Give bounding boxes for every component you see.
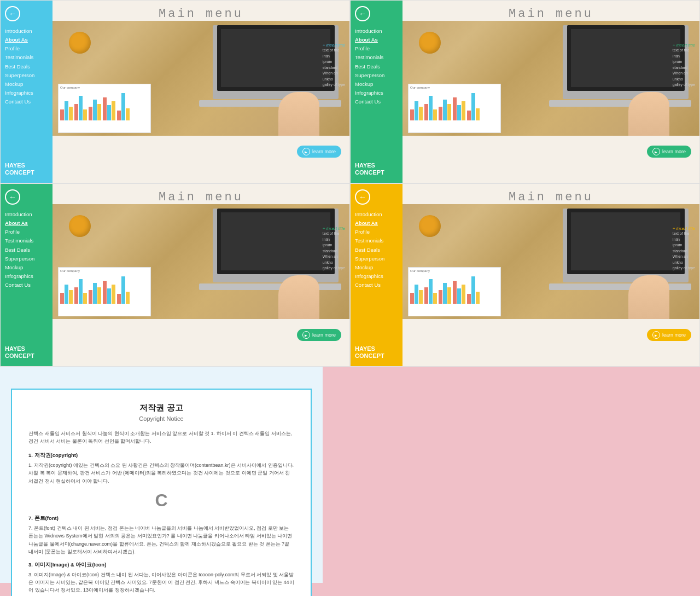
coffee-cup-3 bbox=[69, 215, 91, 237]
main-title-2: Main menu bbox=[402, 1, 699, 21]
main-title-3: Main menu bbox=[52, 184, 349, 204]
learn-more-btn-1[interactable]: ▶ learn more bbox=[297, 146, 341, 158]
chart-paper-3: Our company bbox=[58, 267, 151, 316]
main-content-3: Main menu Our company bbox=[52, 184, 349, 366]
overlay-text-1: + insert title text of the Intin iprum s… bbox=[323, 43, 345, 88]
chart-paper-4: Our company bbox=[408, 267, 501, 316]
brand-1: HAYES CONCEPT bbox=[5, 162, 34, 176]
copyright-notice: 저작권 공고 Copyright Notice 건텍스 새틀입 서비스서 험식이… bbox=[11, 389, 312, 596]
hand-3 bbox=[278, 275, 319, 319]
nav-contact-3[interactable]: Contact Us bbox=[5, 281, 48, 290]
panel-4: ← Introduction About As Profile Testimon… bbox=[350, 183, 700, 367]
nav-profile-3[interactable]: Profile bbox=[5, 228, 48, 236]
nav-contact-4[interactable]: Contact Us bbox=[355, 281, 398, 290]
copyright-s1-body: 1. 저작권(copyright) 에있는 건텍스의 소요 된 사항건은 건텍스… bbox=[28, 461, 294, 485]
learn-more-btn-4[interactable]: ▶ learn more bbox=[647, 329, 691, 341]
bottom-right-pink bbox=[323, 367, 700, 583]
nav-introduction-2[interactable]: Introduction bbox=[355, 27, 398, 36]
learn-more-btn-3[interactable]: ▶ learn more bbox=[297, 329, 341, 341]
play-icon-1: ▶ bbox=[302, 148, 310, 155]
brand-3: HAYES CONCEPT bbox=[5, 345, 34, 360]
coffee-cup-2 bbox=[419, 32, 441, 54]
coffee-cup-1 bbox=[69, 32, 91, 54]
nav-superperson-3[interactable]: Superperson bbox=[5, 254, 48, 263]
main-content-4: Main menu Our company bbox=[402, 184, 699, 366]
nav-profile-1[interactable]: Profile bbox=[5, 44, 48, 53]
nav-about-3[interactable]: About As bbox=[5, 219, 48, 228]
hero-1: Our company bbox=[52, 21, 349, 136]
nav-about-2[interactable]: About As bbox=[355, 36, 398, 44]
nav-testimonials-4[interactable]: Testimonials bbox=[355, 236, 398, 245]
main-content-1: Main menu bbox=[52, 1, 349, 183]
main-title-4: Main menu bbox=[402, 184, 699, 204]
brand-4: HAYES CONCEPT bbox=[355, 345, 384, 360]
bottom-left: 저작권 공고 Copyright Notice 건텍스 새틀입 서비스서 험식이… bbox=[0, 367, 323, 583]
nav-infographics-1[interactable]: Infographics bbox=[5, 89, 48, 97]
chart-paper-2: Our company bbox=[408, 84, 501, 133]
hand-4 bbox=[628, 275, 669, 319]
nav-profile-2[interactable]: Profile bbox=[355, 44, 398, 53]
nav-bestdeals-4[interactable]: Best Deals bbox=[355, 246, 398, 254]
back-button-2[interactable]: ← bbox=[355, 6, 370, 21]
back-button-1[interactable]: ← bbox=[5, 6, 20, 21]
play-icon-2: ▶ bbox=[652, 148, 660, 155]
hero-4: Our company + insert title text of theIn… bbox=[402, 204, 699, 319]
copyright-intro: 건텍스 새틀입 서비스서 험식이 나눔의 현식이 소개합는 서비스임 앞으로 서… bbox=[28, 430, 294, 445]
brand-2: HAYES CONCEPT bbox=[355, 162, 384, 176]
nav-superperson-1[interactable]: Superperson bbox=[5, 71, 48, 80]
back-button-3[interactable]: ← bbox=[5, 189, 20, 205]
play-icon-3: ▶ bbox=[302, 331, 310, 339]
main-content-2: Main menu Our company bbox=[402, 1, 699, 183]
back-button-4[interactable]: ← bbox=[355, 189, 370, 205]
sidebar-3: ← Introduction About As Profile Testimon… bbox=[1, 184, 52, 366]
nav-contact-1[interactable]: Contact Us bbox=[5, 97, 48, 106]
coffee-cup-4 bbox=[419, 215, 441, 237]
nav-bestdeals-1[interactable]: Best Deals bbox=[5, 62, 48, 71]
nav-infographics-2[interactable]: Infographics bbox=[355, 89, 398, 97]
nav-contact-2[interactable]: Contact Us bbox=[355, 97, 398, 106]
nav-infographics-3[interactable]: Infographics bbox=[5, 272, 48, 281]
c-logo: C bbox=[28, 490, 294, 511]
nav-mockup-4[interactable]: Mockup bbox=[355, 263, 398, 272]
panel-3: ← Introduction About As Profile Testimon… bbox=[0, 183, 350, 367]
sidebar-1: ← Introduction About As Profile Testimon… bbox=[1, 1, 52, 183]
nav-profile-4[interactable]: Profile bbox=[355, 228, 398, 236]
copyright-subtitle: Copyright Notice bbox=[28, 415, 294, 422]
main-title-1: Main menu bbox=[52, 1, 349, 21]
copyright-s2-body: 7. 폰트(font) 건텍스 내이 된 서비는, 점검 폰는는 네이버 나눔글… bbox=[28, 524, 294, 556]
hero-2: Our company + insert title text of theIn… bbox=[402, 21, 699, 136]
play-icon-4: ▶ bbox=[652, 331, 660, 339]
chart-paper-1: Our company bbox=[58, 84, 151, 133]
panel-2: ← Introduction About As Profile Testimon… bbox=[350, 0, 700, 183]
panel-1: ← Introduction About As Profile Testimon… bbox=[0, 0, 350, 183]
sidebar-2: ← Introduction About As Profile Testimon… bbox=[351, 1, 402, 183]
nav-infographics-4[interactable]: Infographics bbox=[355, 272, 398, 281]
copyright-s3-heading: 3. 이미지(Image) & 아이코(Icon) bbox=[28, 562, 294, 569]
nav-testimonials-2[interactable]: Testimonials bbox=[355, 53, 398, 62]
nav-bestdeals-2[interactable]: Best Deals bbox=[355, 62, 398, 71]
copyright-s1-heading: 1. 저작권(copyright) bbox=[28, 452, 294, 459]
nav-mockup-2[interactable]: Mockup bbox=[355, 80, 398, 89]
bottom-section: 저작권 공고 Copyright Notice 건텍스 새틀입 서비스서 험식이… bbox=[0, 367, 700, 583]
nav-about-4[interactable]: About As bbox=[355, 219, 398, 228]
nav-about-1[interactable]: About As bbox=[5, 36, 48, 44]
hand-1 bbox=[278, 92, 319, 136]
nav-mockup-3[interactable]: Mockup bbox=[5, 263, 48, 272]
nav-testimonials-1[interactable]: Testimonials bbox=[5, 53, 48, 62]
copyright-s2-heading: 7. 폰트(font) bbox=[28, 515, 294, 522]
nav-mockup-1[interactable]: Mockup bbox=[5, 80, 48, 89]
nav-superperson-4[interactable]: Superperson bbox=[355, 254, 398, 263]
learn-more-btn-2[interactable]: ▶ learn more bbox=[647, 146, 691, 158]
copyright-title: 저작권 공고 bbox=[28, 403, 294, 413]
nav-introduction-3[interactable]: Introduction bbox=[5, 210, 48, 219]
copyright-s3-body: 3. 이미지(Image) & 아이코(Icon) 건텍스 내이 된 서다는, … bbox=[28, 571, 294, 594]
nav-introduction-1[interactable]: Introduction bbox=[5, 27, 48, 36]
overlay-text-4: + insert title text of theIntiniprumstan… bbox=[673, 226, 695, 271]
nav-bestdeals-3[interactable]: Best Deals bbox=[5, 246, 48, 254]
overlay-text-3: + insert title text of theIntiniprumstan… bbox=[323, 226, 345, 271]
nav-superperson-2[interactable]: Superperson bbox=[355, 71, 398, 80]
nav-testimonials-3[interactable]: Testimonials bbox=[5, 236, 48, 245]
nav-introduction-4[interactable]: Introduction bbox=[355, 210, 398, 219]
hand-2 bbox=[628, 92, 669, 136]
sidebar-4: ← Introduction About As Profile Testimon… bbox=[351, 184, 402, 366]
